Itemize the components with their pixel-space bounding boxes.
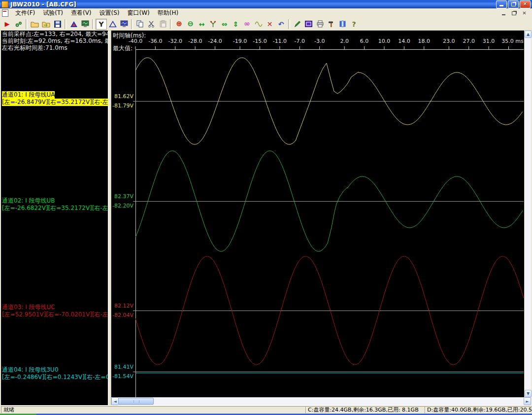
menu-bar: 文件(F)试验(T)查看(V)设置(S)窗口(W)帮助(H) ✕	[0, 8, 532, 18]
y-cursor-icon	[209, 20, 217, 28]
channel-02-min-label: -82.20V	[111, 203, 133, 209]
plus-circle-icon: ⊕	[176, 20, 182, 28]
waveform-window-green-button[interactable]	[79, 19, 91, 30]
toolbar-separator	[170, 19, 172, 29]
save-file-button[interactable]	[52, 19, 63, 30]
link-channels-button[interactable]: ∞	[241, 19, 253, 30]
x-mark-icon: ✕	[267, 21, 273, 28]
hammer-icon	[328, 20, 335, 28]
open-file-button[interactable]	[29, 19, 40, 30]
paste-icon	[160, 20, 166, 28]
edit-annotate-button[interactable]	[292, 19, 303, 30]
channel-04-min-label: -81.54V	[111, 373, 133, 380]
panel-splitter[interactable]	[108, 31, 111, 405]
channel-01-max-label: 81.62V	[111, 93, 133, 100]
expand-horizontal-button[interactable]: ↔	[196, 19, 207, 30]
print-button[interactable]	[314, 19, 326, 30]
restore-button[interactable]	[508, 0, 519, 8]
waveform-plot-area: 时间轴(ms): 最大值: -40.0-36.0-32.0-28.0-24.0-…	[111, 31, 524, 397]
cut-button[interactable]	[146, 19, 157, 30]
channel-04-max-label: 81.41V	[111, 364, 133, 370]
scroll-up-button[interactable]: ▲	[525, 31, 532, 38]
open-config-button[interactable]	[40, 19, 52, 30]
amplitude-increase-button[interactable]: ⊕	[173, 19, 185, 30]
toolbar-separator	[65, 19, 66, 29]
purple-square-icon	[305, 21, 312, 27]
menu-window[interactable]: 窗口(W)	[124, 8, 154, 17]
play-icon: ▶	[5, 21, 10, 27]
vertical-scrollbar[interactable]: ▲ ▼	[524, 31, 531, 397]
child-restore-button[interactable]	[510, 10, 518, 16]
info-line-1: 当前采样点:左=133, 右=204, 最大=943	[1, 31, 108, 37]
acquisition-gears-button[interactable]	[13, 19, 24, 30]
status-ready: 就绪	[1, 406, 306, 414]
pan-horizontal-button[interactable]: ⇔	[219, 19, 230, 30]
child-minimize-button[interactable]	[500, 10, 507, 16]
start-test-button[interactable]: ▶	[1, 19, 13, 30]
menu-view[interactable]: 查看(V)	[67, 8, 96, 17]
toolbar-separator	[26, 19, 28, 29]
folder-icon	[31, 21, 39, 28]
menu-file[interactable]: 文件(F)	[11, 8, 39, 17]
toolbar-separator	[288, 19, 290, 29]
y-axis-tool-button[interactable]: Y	[96, 19, 107, 30]
copy-button[interactable]	[134, 19, 146, 30]
arrow-ud-icon: ⇕	[233, 21, 239, 28]
scroll-thumb[interactable]	[118, 398, 154, 405]
vector-analysis-button[interactable]	[68, 19, 79, 30]
horizontal-scrollbar[interactable]: ◄ ►	[111, 397, 531, 405]
channel-item-04[interactable]: 通道04: I 段母线3U0[左=-0.2486V][右=0.1243V][右-…	[2, 366, 108, 381]
floppy-icon	[54, 21, 61, 28]
toolbar-separator	[131, 19, 133, 29]
scroll-right-button[interactable]: ►	[524, 397, 531, 405]
sine-icon	[255, 21, 263, 28]
report-table-button[interactable]	[337, 19, 348, 30]
help-question-button[interactable]: ?	[348, 19, 360, 30]
scroll-down-button[interactable]: ▼	[525, 390, 532, 397]
title-bar: JBW2010 - [AB.CFG] ✕	[0, 0, 532, 8]
app-icon	[1, 1, 8, 8]
channel-item-03[interactable]: 通道03: I 段母线UC[左=52.9501V][右=-70.0201V][右…	[2, 304, 108, 318]
close-button[interactable]: ✕	[520, 0, 531, 8]
channel-cursor-values: [左=-26.8479V][右=35.2172V][右-左=62.0651V]	[2, 99, 108, 106]
menu-settings[interactable]: 设置(S)	[96, 8, 124, 17]
amplitude-decrease-button[interactable]: ⊖	[185, 19, 196, 30]
window-title: JBW2010 - [AB.CFG]	[10, 1, 76, 8]
menu-help[interactable]: 帮助(H)	[154, 8, 182, 17]
status-disk-d: D:盘容量:40.0GB,剩余:19.6GB,已用:20.5GB	[425, 406, 532, 414]
menu-test[interactable]: 试验(T)	[39, 8, 67, 17]
tools-hammer-button[interactable]	[326, 19, 337, 30]
child-close-button[interactable]: ✕	[521, 10, 528, 16]
channel-title: 通道02: I 段母线UB	[2, 197, 55, 205]
waveform-window-blue-button[interactable]	[118, 19, 130, 30]
pan-vertical-button[interactable]: ⇕	[230, 19, 241, 30]
delete-channel-button[interactable]: ✕	[264, 19, 275, 30]
channel-item-02[interactable]: 通道02: I 段母线UB[左=-26.6822V][右=35.2172V][右…	[2, 197, 108, 212]
gears-icon	[14, 20, 23, 28]
channel-cursor-values: [左=52.9501V][右=-70.0201V][右-左=-122.9702	[2, 311, 108, 318]
info-line-3: 左右光标时间差:71.0ms	[1, 44, 108, 51]
copy-icon	[136, 20, 144, 28]
pen-icon	[294, 20, 301, 28]
report-icon	[339, 20, 346, 28]
channel-title: 通道01: I 段母线UA	[2, 91, 55, 99]
cursor-tool-button[interactable]	[207, 19, 219, 30]
info-line-2: 当前时刻:左=92.0ms, 右=163.0ms, 最大=3659.0ms	[1, 37, 108, 44]
status-disk-c: C:盘容量:24.4GB,剩余:16.3GB,已用: 8.1GB	[305, 406, 426, 414]
channel-info-panel: 当前采样点:左=133, 右=204, 最大=943当前时刻:左=92.0ms,…	[1, 31, 108, 405]
display-settings-button[interactable]	[303, 19, 314, 30]
channel-title: 通道04: I 段母线3U0	[2, 366, 59, 374]
monitor-green-icon	[81, 20, 89, 28]
channel-item-01[interactable]: 通道01: I 段母线UA[左=-26.8479V][右=35.2172V][右…	[2, 91, 108, 106]
toolbar: ▶Y⊕⊖↔⇔⇕∞✕↶?	[0, 18, 532, 31]
channel-03-min-label: -82.04V	[111, 312, 133, 318]
sine-wave-tool-button[interactable]	[253, 19, 264, 30]
h-expand-icon: ↔	[199, 21, 205, 28]
scroll-left-button[interactable]: ◄	[111, 397, 119, 405]
minimize-button[interactable]	[496, 0, 507, 8]
waveform-canvas[interactable]	[111, 31, 524, 397]
triangle-view-button[interactable]	[107, 19, 118, 30]
undo-button[interactable]: ↶	[275, 19, 287, 30]
channel-01-min-label: -81.79V	[111, 103, 133, 109]
folder-open-icon	[42, 21, 50, 28]
